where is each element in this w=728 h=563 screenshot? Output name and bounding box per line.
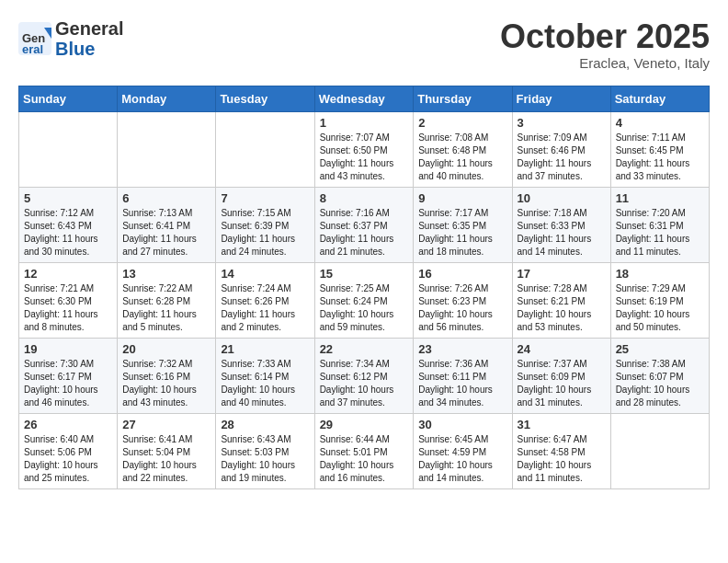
- calendar-week-row: 12 Sunrise: 7:21 AM Sunset: 6:30 PM Dayl…: [19, 262, 710, 338]
- calendar-cell: 24 Sunrise: 7:37 AM Sunset: 6:09 PM Dayl…: [512, 338, 610, 413]
- calendar-cell: [610, 413, 709, 488]
- sunrise-text: Sunrise: 7:28 AM: [518, 283, 587, 293]
- weekday-header-saturday: Saturday: [610, 86, 709, 111]
- daylight-text: Daylight: 11 hours and 27 minutes.: [122, 234, 197, 257]
- sunrise-text: Sunrise: 7:38 AM: [616, 359, 686, 369]
- daylight-text: Daylight: 11 hours and 18 minutes.: [418, 234, 493, 257]
- calendar-cell: 4 Sunrise: 7:11 AM Sunset: 6:45 PM Dayli…: [610, 111, 709, 187]
- calendar-header-row: SundayMondayTuesdayWednesdayThursdayFrid…: [19, 86, 710, 111]
- day-number: 19: [24, 342, 112, 356]
- day-number: 3: [518, 116, 606, 130]
- calendar-cell: 8 Sunrise: 7:16 AM Sunset: 6:37 PM Dayli…: [314, 187, 414, 262]
- sunset-text: Sunset: 6:48 PM: [418, 145, 486, 155]
- calendar-cell: [118, 111, 216, 187]
- sunset-text: Sunset: 6:11 PM: [418, 372, 486, 382]
- calendar-cell: 23 Sunrise: 7:36 AM Sunset: 6:11 PM Dayl…: [414, 338, 512, 413]
- sunset-text: Sunset: 6:12 PM: [320, 372, 388, 382]
- daylight-text: Daylight: 11 hours and 40 minutes.: [418, 158, 493, 181]
- sunrise-text: Sunrise: 7:24 AM: [221, 283, 290, 293]
- cell-content: Sunrise: 7:24 AM Sunset: 6:26 PM Dayligh…: [221, 282, 309, 334]
- daylight-text: Daylight: 10 hours and 14 minutes.: [418, 460, 493, 483]
- logo-blue-text: Blue: [55, 39, 95, 59]
- calendar-cell: 6 Sunrise: 7:13 AM Sunset: 6:41 PM Dayli…: [118, 187, 216, 262]
- cell-content: Sunrise: 7:11 AM Sunset: 6:45 PM Dayligh…: [616, 132, 704, 183]
- weekday-header-friday: Friday: [512, 86, 610, 111]
- daylight-text: Daylight: 11 hours and 5 minutes.: [122, 309, 197, 332]
- calendar-cell: 14 Sunrise: 7:24 AM Sunset: 6:26 PM Dayl…: [216, 262, 314, 338]
- calendar-cell: 31 Sunrise: 6:47 AM Sunset: 4:58 PM Dayl…: [512, 413, 610, 488]
- sunset-text: Sunset: 6:41 PM: [122, 221, 190, 231]
- day-number: 2: [418, 116, 506, 130]
- title-block: October 2025 Eraclea, Veneto, Italy: [500, 18, 710, 71]
- daylight-text: Daylight: 11 hours and 11 minutes.: [616, 234, 690, 257]
- day-number: 11: [616, 191, 704, 205]
- sunset-text: Sunset: 6:09 PM: [518, 372, 586, 382]
- sunset-text: Sunset: 6:35 PM: [418, 221, 486, 231]
- cell-content: Sunrise: 7:33 AM Sunset: 6:14 PM Dayligh…: [221, 358, 309, 409]
- sunset-text: Sunset: 6:37 PM: [320, 221, 388, 231]
- cell-content: Sunrise: 7:36 AM Sunset: 6:11 PM Dayligh…: [418, 358, 506, 409]
- logo-icon: Gen eral: [18, 22, 51, 55]
- cell-content: Sunrise: 7:34 AM Sunset: 6:12 PM Dayligh…: [320, 358, 409, 409]
- calendar-table: SundayMondayTuesdayWednesdayThursdayFrid…: [18, 86, 710, 489]
- cell-content: Sunrise: 6:40 AM Sunset: 5:06 PM Dayligh…: [24, 433, 112, 485]
- sunset-text: Sunset: 4:59 PM: [418, 447, 486, 457]
- daylight-text: Daylight: 10 hours and 40 minutes.: [221, 385, 295, 408]
- calendar-cell: 29 Sunrise: 6:44 AM Sunset: 5:01 PM Dayl…: [314, 413, 414, 488]
- calendar-cell: 1 Sunrise: 7:07 AM Sunset: 6:50 PM Dayli…: [314, 111, 414, 187]
- sunset-text: Sunset: 5:03 PM: [221, 447, 289, 457]
- calendar-cell: 11 Sunrise: 7:20 AM Sunset: 6:31 PM Dayl…: [610, 187, 709, 262]
- sunset-text: Sunset: 6:31 PM: [616, 221, 684, 231]
- day-number: 7: [221, 191, 309, 205]
- calendar-cell: 13 Sunrise: 7:22 AM Sunset: 6:28 PM Dayl…: [118, 262, 216, 338]
- daylight-text: Daylight: 10 hours and 19 minutes.: [221, 460, 295, 483]
- sunrise-text: Sunrise: 7:13 AM: [122, 208, 192, 218]
- sunrise-text: Sunrise: 6:43 AM: [221, 434, 290, 444]
- sunrise-text: Sunrise: 7:07 AM: [320, 132, 390, 143]
- calendar-cell: 15 Sunrise: 7:25 AM Sunset: 6:24 PM Dayl…: [314, 262, 414, 338]
- daylight-text: Daylight: 11 hours and 37 minutes.: [518, 158, 592, 181]
- calendar-cell: 5 Sunrise: 7:12 AM Sunset: 6:43 PM Dayli…: [19, 187, 118, 262]
- sunset-text: Sunset: 6:33 PM: [518, 221, 586, 231]
- daylight-text: Daylight: 11 hours and 33 minutes.: [616, 158, 690, 181]
- day-number: 14: [221, 267, 309, 281]
- sunrise-text: Sunrise: 7:36 AM: [418, 359, 488, 369]
- cell-content: Sunrise: 6:45 AM Sunset: 4:59 PM Dayligh…: [418, 433, 506, 485]
- calendar-cell: 26 Sunrise: 6:40 AM Sunset: 5:06 PM Dayl…: [19, 413, 118, 488]
- day-number: 15: [320, 267, 409, 281]
- day-number: 16: [418, 267, 506, 281]
- sunset-text: Sunset: 6:39 PM: [221, 221, 289, 231]
- calendar-cell: 22 Sunrise: 7:34 AM Sunset: 6:12 PM Dayl…: [314, 338, 414, 413]
- day-number: 23: [418, 342, 506, 356]
- sunrise-text: Sunrise: 7:25 AM: [320, 283, 390, 293]
- daylight-text: Daylight: 10 hours and 34 minutes.: [418, 385, 493, 408]
- daylight-text: Daylight: 10 hours and 16 minutes.: [320, 460, 394, 483]
- sunrise-text: Sunrise: 6:47 AM: [518, 434, 587, 444]
- daylight-text: Daylight: 10 hours and 59 minutes.: [320, 309, 394, 332]
- logo-general-text: General: [55, 18, 123, 39]
- sunset-text: Sunset: 4:58 PM: [518, 447, 586, 457]
- sunset-text: Sunset: 5:06 PM: [24, 447, 92, 457]
- day-number: 25: [616, 342, 704, 356]
- cell-content: Sunrise: 7:17 AM Sunset: 6:35 PM Dayligh…: [418, 207, 506, 259]
- daylight-text: Daylight: 10 hours and 56 minutes.: [418, 309, 493, 332]
- weekday-header-wednesday: Wednesday: [314, 86, 414, 111]
- calendar-week-row: 26 Sunrise: 6:40 AM Sunset: 5:06 PM Dayl…: [19, 413, 710, 488]
- sunrise-text: Sunrise: 7:20 AM: [616, 208, 686, 218]
- calendar-week-row: 5 Sunrise: 7:12 AM Sunset: 6:43 PM Dayli…: [19, 187, 710, 262]
- day-number: 13: [122, 267, 210, 281]
- daylight-text: Daylight: 11 hours and 24 minutes.: [221, 234, 295, 257]
- daylight-text: Daylight: 10 hours and 31 minutes.: [518, 385, 592, 408]
- day-number: 10: [518, 191, 606, 205]
- sunrise-text: Sunrise: 7:12 AM: [24, 208, 94, 218]
- day-number: 24: [518, 342, 606, 356]
- daylight-text: Daylight: 11 hours and 21 minutes.: [320, 234, 394, 257]
- daylight-text: Daylight: 10 hours and 50 minutes.: [616, 309, 690, 332]
- sunrise-text: Sunrise: 7:29 AM: [616, 283, 686, 293]
- calendar-cell: 17 Sunrise: 7:28 AM Sunset: 6:21 PM Dayl…: [512, 262, 610, 338]
- cell-content: Sunrise: 7:32 AM Sunset: 6:16 PM Dayligh…: [122, 358, 210, 409]
- cell-content: Sunrise: 6:44 AM Sunset: 5:01 PM Dayligh…: [320, 433, 409, 485]
- cell-content: Sunrise: 6:43 AM Sunset: 5:03 PM Dayligh…: [221, 433, 309, 485]
- sunrise-text: Sunrise: 6:44 AM: [320, 434, 390, 444]
- daylight-text: Daylight: 11 hours and 2 minutes.: [221, 309, 295, 332]
